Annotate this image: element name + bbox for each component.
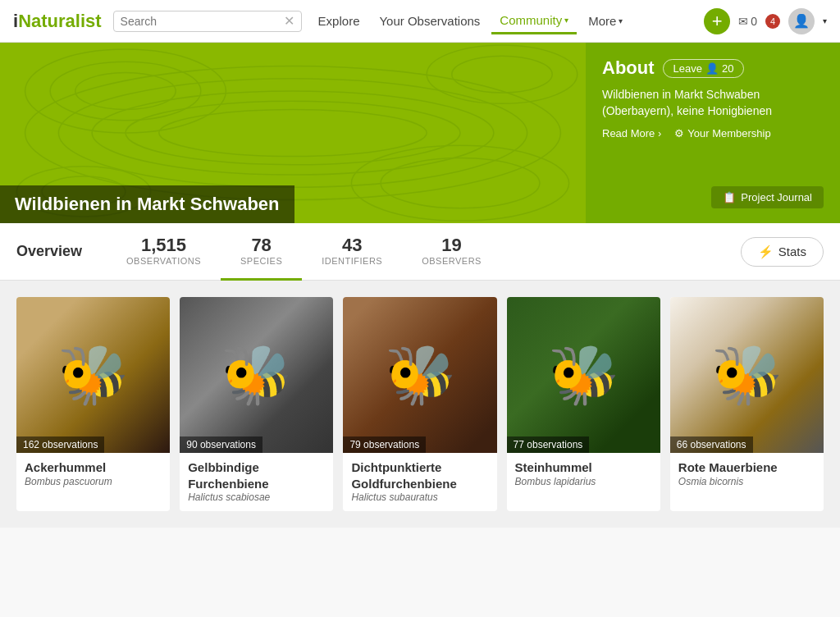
species-image: 🐝 79 observations xyxy=(343,297,496,453)
stat-observations[interactable]: 1,515 OBSERVATIONS xyxy=(107,223,221,281)
bee-visual: 🐝 xyxy=(670,297,824,453)
svg-point-6 xyxy=(50,62,201,120)
species-sci-name: Bombus lapidarius xyxy=(515,476,652,487)
species-sci-name: Bombus pascuorum xyxy=(25,476,162,487)
search-clear-icon[interactable]: ✕ xyxy=(284,15,294,28)
species-obs-count: 79 observations xyxy=(343,436,426,453)
species-obs-count: 66 observations xyxy=(670,436,753,453)
about-header: About Leave 👤 20 xyxy=(602,57,824,79)
hero-about-panel: About Leave 👤 20 Wildbienen in Markt Sch… xyxy=(586,43,840,223)
leave-button[interactable]: Leave 👤 20 xyxy=(663,59,745,78)
species-name: Dichtpunktierte Goldfurchenbiene xyxy=(351,459,488,491)
stat-identifiers[interactable]: 43 IDENTIFIERS xyxy=(302,223,402,281)
species-count: 78 xyxy=(251,235,271,256)
notifications-button[interactable]: 4 xyxy=(765,14,780,29)
species-name: Steinhummel xyxy=(515,459,652,476)
species-obs-count: 162 observations xyxy=(16,436,104,453)
species-card[interactable]: 🐝 77 observations Steinhummel Bombus lap… xyxy=(507,297,660,511)
site-logo[interactable]: iNaturalist xyxy=(13,11,102,32)
membership-link[interactable]: ⚙ Your Membership xyxy=(674,127,770,139)
avatar-chevron-icon[interactable]: ▾ xyxy=(823,16,827,25)
species-grid: 🐝 162 observations Ackerhummel Bombus pa… xyxy=(0,281,840,528)
hero-banner: Wildbienen in Markt Schwaben About Leave… xyxy=(0,43,840,223)
svg-point-12 xyxy=(427,45,578,103)
more-chevron-icon: ▾ xyxy=(619,16,623,25)
about-links: Read More › ⚙ Your Membership xyxy=(602,127,824,139)
species-obs-count: 77 observations xyxy=(507,436,590,453)
bee-visual: 🐝 xyxy=(343,297,496,453)
species-card[interactable]: 🐝 162 observations Ackerhummel Bombus pa… xyxy=(16,297,170,511)
about-title: About xyxy=(602,57,655,79)
bee-visual: 🐝 xyxy=(180,297,333,453)
stat-observers[interactable]: 19 OBSERVERS xyxy=(402,223,501,281)
add-observation-button[interactable]: + xyxy=(704,8,730,34)
member-icon: 👤 xyxy=(705,62,719,75)
species-label: SPECIES xyxy=(240,256,282,266)
observations-count: 1,515 xyxy=(141,235,186,256)
species-card[interactable]: 🐝 90 observations Gelbbindige Furchenbie… xyxy=(180,297,333,511)
observers-label: OBSERVERS xyxy=(422,256,482,266)
svg-point-7 xyxy=(75,73,176,110)
stats-button[interactable]: ⚡ Stats xyxy=(741,237,824,267)
species-image: 🐝 77 observations xyxy=(507,297,660,453)
bee-visual: 🐝 xyxy=(507,297,660,453)
species-name: Gelbbindige Furchenbiene xyxy=(188,459,325,491)
nav-actions: + ✉ 0 4 👤 ▾ xyxy=(704,8,827,34)
nav-community[interactable]: Community ▾ xyxy=(491,8,577,34)
species-name: Rote Mauerbiene xyxy=(678,459,815,476)
identifiers-count: 43 xyxy=(342,235,362,256)
notification-badge: 4 xyxy=(765,14,780,29)
species-sci-name: Halictus scabiosae xyxy=(188,491,325,503)
overview-label: Overview xyxy=(16,243,82,260)
species-sci-name: Osmia bicornis xyxy=(678,476,815,487)
mail-icon: ✉ xyxy=(738,15,748,28)
svg-point-4 xyxy=(159,109,427,156)
nav-explore[interactable]: Explore xyxy=(310,9,368,33)
avatar[interactable]: 👤 xyxy=(788,8,815,34)
search-input[interactable] xyxy=(121,15,284,28)
avatar-icon: 👤 xyxy=(793,13,810,29)
leave-label: Leave xyxy=(673,62,702,75)
navbar: iNaturalist ✕ Explore Your Observations … xyxy=(0,0,840,43)
species-sci-name: Halictus subauratus xyxy=(351,491,488,503)
observations-label: OBSERVATIONS xyxy=(126,256,201,266)
lightning-icon: ⚡ xyxy=(758,245,774,259)
mail-button[interactable]: ✉ 0 xyxy=(738,15,757,28)
svg-point-0 xyxy=(25,66,561,199)
svg-point-13 xyxy=(452,56,552,93)
hero-image: Wildbienen in Markt Schwaben xyxy=(0,43,586,223)
nav-more[interactable]: More ▾ xyxy=(580,9,631,33)
nav-links: Explore Your Observations Community ▾ Mo… xyxy=(310,8,705,34)
stats-bar: Overview 1,515 OBSERVATIONS 78 SPECIES 4… xyxy=(0,223,840,281)
journal-icon: 📋 xyxy=(723,191,736,203)
gear-icon: ⚙ xyxy=(674,127,684,139)
svg-point-2 xyxy=(92,91,494,175)
community-chevron-icon: ▾ xyxy=(564,16,568,25)
search-bar: ✕ xyxy=(113,11,302,32)
member-count: 20 xyxy=(722,62,733,75)
project-journal-button[interactable]: 📋 Project Journal xyxy=(711,186,824,208)
bee-visual: 🐝 xyxy=(16,297,170,453)
species-obs-count: 90 observations xyxy=(180,436,262,453)
species-name: Ackerhummel xyxy=(25,459,162,476)
stat-species[interactable]: 78 SPECIES xyxy=(221,223,302,281)
svg-point-9 xyxy=(381,158,540,208)
svg-point-3 xyxy=(126,101,460,165)
read-more-link[interactable]: Read More › xyxy=(602,127,661,139)
about-description: Wildbienen in Markt Schwaben (Oberbayern… xyxy=(602,87,824,119)
nav-your-observations[interactable]: Your Observations xyxy=(371,9,488,33)
species-image: 🐝 162 observations xyxy=(16,297,170,453)
species-card[interactable]: 🐝 66 observations Rote Mauerbiene Osmia … xyxy=(670,297,824,511)
species-card[interactable]: 🐝 79 observations Dichtpunktierte Goldfu… xyxy=(343,297,496,511)
project-title: Wildbienen in Markt Schwaben xyxy=(0,185,294,223)
species-image: 🐝 90 observations xyxy=(180,297,333,453)
species-image: 🐝 66 observations xyxy=(670,297,824,453)
mail-count: 0 xyxy=(751,15,757,28)
observers-count: 19 xyxy=(441,235,461,256)
identifiers-label: IDENTIFIERS xyxy=(322,256,382,266)
